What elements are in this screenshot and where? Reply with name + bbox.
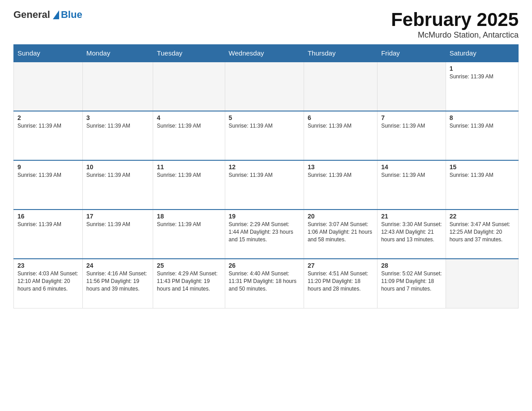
calendar-cell: [446, 259, 518, 308]
day-number: 19: [229, 213, 300, 220]
day-number: 12: [229, 163, 300, 171]
calendar-cell: 22Sunrise: 3:47 AM Sunset: 12:25 AM Dayl…: [446, 210, 518, 259]
day-info: Sunrise: 11:39 AM: [450, 122, 515, 130]
day-number: 24: [86, 262, 150, 269]
day-number: 26: [229, 262, 300, 269]
calendar-cell: 11Sunrise: 11:39 AM: [153, 160, 225, 210]
day-info: Sunrise: 11:39 AM: [157, 221, 221, 228]
day-number: 23: [17, 262, 79, 269]
weekday-header-monday: Monday: [82, 45, 153, 62]
day-number: 17: [86, 213, 150, 220]
logo-text-blue: Blue: [61, 9, 82, 21]
day-number: 7: [381, 114, 442, 121]
calendar-cell: 18Sunrise: 11:39 AM: [153, 210, 225, 259]
calendar-cell: 26Sunrise: 4:40 AM Sunset: 11:31 PM Dayl…: [225, 259, 304, 308]
day-info: Sunrise: 11:39 AM: [229, 171, 300, 179]
day-info: Sunrise: 5:02 AM Sunset: 11:09 PM Daylig…: [381, 270, 442, 292]
logo-text-general: General: [13, 9, 50, 21]
calendar-cell: 10Sunrise: 11:39 AM: [82, 160, 153, 210]
calendar-week-row: 1Sunrise: 11:39 AM: [14, 62, 519, 111]
day-info: Sunrise: 11:39 AM: [17, 122, 79, 130]
day-info: Sunrise: 11:39 AM: [229, 122, 300, 130]
logo: General Blue: [13, 9, 82, 21]
day-info: Sunrise: 11:39 AM: [86, 221, 150, 228]
calendar-cell: 13Sunrise: 11:39 AM: [304, 160, 377, 210]
day-info: Sunrise: 11:39 AM: [381, 122, 442, 130]
day-info: Sunrise: 11:39 AM: [157, 122, 221, 130]
weekday-header-wednesday: Wednesday: [225, 45, 304, 62]
calendar-cell: [82, 62, 153, 111]
calendar-cell: 3Sunrise: 11:39 AM: [82, 111, 153, 160]
day-number: 27: [308, 262, 373, 269]
calendar-week-row: 16Sunrise: 11:39 AM17Sunrise: 11:39 AM18…: [14, 210, 519, 259]
day-info: Sunrise: 4:03 AM Sunset: 12:10 AM Daylig…: [17, 270, 79, 292]
weekday-header-row: SundayMondayTuesdayWednesdayThursdayFrid…: [14, 45, 519, 62]
calendar-cell: 27Sunrise: 4:51 AM Sunset: 11:20 PM Dayl…: [304, 259, 377, 308]
calendar-cell: 8Sunrise: 11:39 AM: [446, 111, 518, 160]
calendar-cell: 16Sunrise: 11:39 AM: [14, 210, 83, 259]
day-number: 16: [17, 213, 79, 220]
day-number: 28: [381, 262, 442, 269]
calendar-cell: [153, 62, 225, 111]
calendar-cell: 9Sunrise: 11:39 AM: [14, 160, 83, 210]
calendar-cell: [225, 62, 304, 111]
day-info: Sunrise: 11:39 AM: [17, 221, 79, 228]
day-info: Sunrise: 11:39 AM: [308, 171, 373, 179]
day-info: Sunrise: 3:07 AM Sunset: 1:06 AM Dayligh…: [308, 221, 373, 243]
day-number: 14: [381, 163, 442, 171]
day-number: 13: [308, 163, 373, 171]
calendar-cell: [14, 62, 83, 111]
day-info: Sunrise: 11:39 AM: [381, 171, 442, 179]
day-info: Sunrise: 4:40 AM Sunset: 11:31 PM Daylig…: [229, 270, 300, 292]
day-number: 20: [308, 213, 373, 220]
day-number: 1: [450, 65, 515, 72]
day-number: 3: [86, 114, 150, 121]
calendar-cell: [304, 62, 377, 111]
calendar-week-row: 2Sunrise: 11:39 AM3Sunrise: 11:39 AM4Sun…: [14, 111, 519, 160]
weekday-header-thursday: Thursday: [304, 45, 377, 62]
day-number: 10: [86, 163, 150, 171]
calendar-cell: 4Sunrise: 11:39 AM: [153, 111, 225, 160]
calendar-cell: 19Sunrise: 2:29 AM Sunset: 1:44 AM Dayli…: [225, 210, 304, 259]
calendar-week-row: 23Sunrise: 4:03 AM Sunset: 12:10 AM Dayl…: [14, 259, 519, 308]
day-info: Sunrise: 11:39 AM: [308, 122, 373, 130]
day-number: 15: [450, 163, 515, 171]
day-info: Sunrise: 11:39 AM: [17, 171, 79, 179]
day-info: Sunrise: 3:47 AM Sunset: 12:25 AM Daylig…: [450, 221, 515, 243]
weekday-header-saturday: Saturday: [446, 45, 518, 62]
calendar-cell: 25Sunrise: 4:29 AM Sunset: 11:43 PM Dayl…: [153, 259, 225, 308]
calendar-week-row: 9Sunrise: 11:39 AM10Sunrise: 11:39 AM11S…: [14, 160, 519, 210]
day-number: 5: [229, 114, 300, 121]
title-block: February 2025 McMurdo Station, Antarctic…: [391, 9, 519, 40]
calendar-cell: 5Sunrise: 11:39 AM: [225, 111, 304, 160]
day-number: 2: [17, 114, 79, 121]
weekday-header-tuesday: Tuesday: [153, 45, 225, 62]
calendar-table: SundayMondayTuesdayWednesdayThursdayFrid…: [13, 44, 519, 308]
day-number: 9: [17, 163, 79, 171]
page-header: General Blue February 2025 McMurdo Stati…: [13, 9, 519, 40]
day-number: 11: [157, 163, 221, 171]
calendar-cell: 24Sunrise: 4:16 AM Sunset: 11:56 PM Dayl…: [82, 259, 153, 308]
day-number: 25: [157, 262, 221, 269]
calendar-cell: 28Sunrise: 5:02 AM Sunset: 11:09 PM Dayl…: [378, 259, 446, 308]
calendar-cell: [378, 62, 446, 111]
logo-triangle-icon: [53, 10, 59, 19]
calendar-title: February 2025: [391, 9, 519, 30]
day-info: Sunrise: 11:39 AM: [450, 73, 515, 81]
day-info: Sunrise: 4:16 AM Sunset: 11:56 PM Daylig…: [86, 270, 150, 292]
calendar-cell: 14Sunrise: 11:39 AM: [378, 160, 446, 210]
calendar-cell: 2Sunrise: 11:39 AM: [14, 111, 83, 160]
calendar-body: 1Sunrise: 11:39 AM2Sunrise: 11:39 AM3Sun…: [14, 62, 519, 308]
calendar-header: SundayMondayTuesdayWednesdayThursdayFrid…: [14, 45, 519, 62]
calendar-cell: 17Sunrise: 11:39 AM: [82, 210, 153, 259]
day-number: 22: [450, 213, 515, 220]
day-info: Sunrise: 3:30 AM Sunset: 12:43 AM Daylig…: [381, 221, 442, 243]
day-info: Sunrise: 11:39 AM: [450, 171, 515, 179]
calendar-cell: 1Sunrise: 11:39 AM: [446, 62, 518, 111]
day-info: Sunrise: 4:51 AM Sunset: 11:20 PM Daylig…: [308, 270, 373, 292]
day-number: 6: [308, 114, 373, 121]
calendar-cell: 6Sunrise: 11:39 AM: [304, 111, 377, 160]
day-number: 4: [157, 114, 221, 121]
calendar-cell: 23Sunrise: 4:03 AM Sunset: 12:10 AM Dayl…: [14, 259, 83, 308]
calendar-cell: 21Sunrise: 3:30 AM Sunset: 12:43 AM Dayl…: [378, 210, 446, 259]
